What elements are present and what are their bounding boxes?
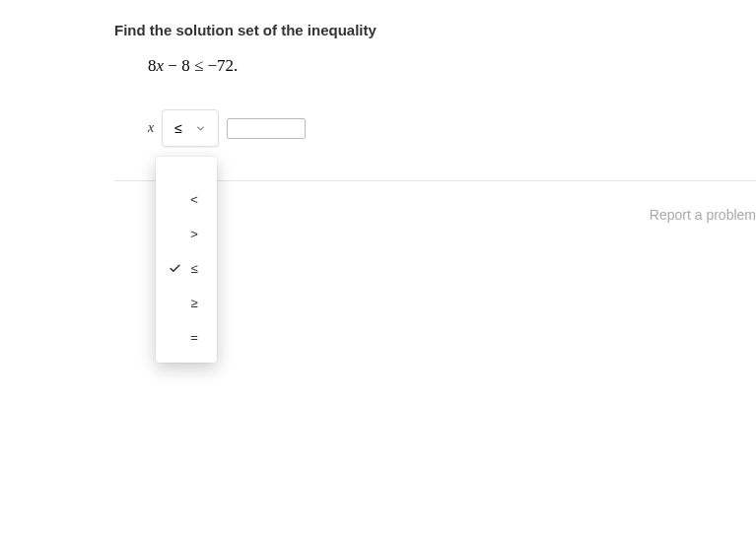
- prompt-text: Find the solution set of the inequality: [114, 22, 756, 38]
- answer-variable: x: [148, 120, 154, 136]
- dropdown-option-ge[interactable]: ≥: [156, 286, 217, 320]
- eq-lhs-const: 8: [181, 56, 190, 75]
- answer-value-input[interactable]: [227, 118, 306, 139]
- eq-var: x: [157, 56, 165, 75]
- option-label: ≤: [183, 261, 205, 276]
- eq-lhs-op: −: [164, 56, 181, 75]
- equation: 8x − 8 ≤ −72.: [114, 56, 756, 76]
- dropdown-option-gt[interactable]: >: [156, 217, 217, 251]
- option-label: >: [183, 227, 205, 241]
- eq-rel: ≤: [190, 56, 208, 75]
- check-icon: [166, 262, 183, 275]
- eq-rhs: −72: [207, 56, 234, 75]
- option-label: <: [183, 192, 205, 207]
- relation-select-button[interactable]: ≤: [162, 109, 219, 147]
- report-problem-link[interactable]: Report a problem: [650, 207, 756, 223]
- option-label: =: [183, 330, 205, 345]
- eq-tail: .: [234, 56, 238, 75]
- dropdown-option-eq[interactable]: =: [156, 320, 217, 355]
- relation-select-value: ≤: [174, 120, 182, 136]
- relation-dropdown: < > ≤ ≥ =: [156, 157, 217, 363]
- dropdown-option-le[interactable]: ≤: [156, 251, 217, 286]
- eq-lhs-coeff: 8: [148, 56, 157, 75]
- dropdown-option-lt[interactable]: <: [156, 182, 217, 217]
- option-label: ≥: [183, 296, 205, 310]
- answer-row: x ≤ < > ≤ ≥: [114, 109, 756, 147]
- chevron-down-icon: [195, 123, 206, 134]
